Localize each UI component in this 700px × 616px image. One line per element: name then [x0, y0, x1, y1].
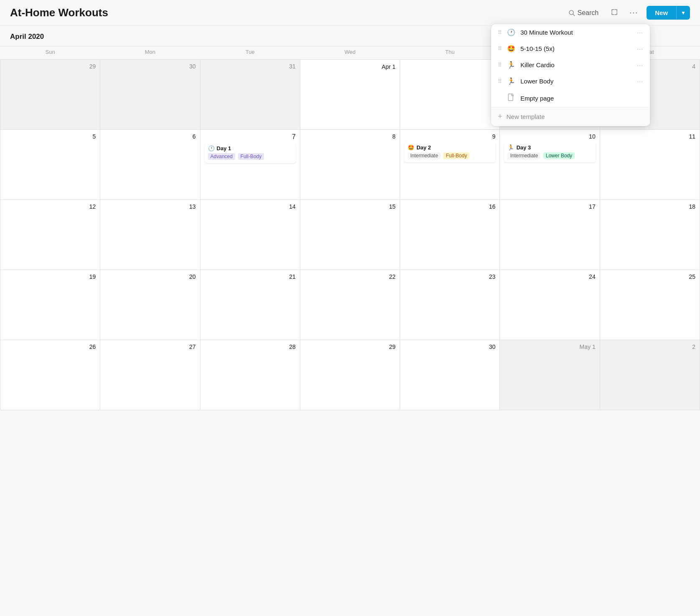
- day-number: 15: [304, 203, 396, 210]
- new-button[interactable]: New: [647, 6, 676, 20]
- table-row[interactable]: 14: [200, 200, 300, 270]
- table-row[interactable]: 7 🕐 Day 1 Advanced Full-Body: [200, 130, 300, 200]
- drag-handle-icon: ⠿: [498, 29, 502, 35]
- table-row[interactable]: 23: [400, 270, 500, 340]
- header-actions: Search ··· New ▼: [564, 6, 690, 20]
- event-tag-lowerbody: Lower Body: [543, 152, 575, 159]
- item-clock-icon: 🕐: [506, 28, 516, 36]
- table-row[interactable]: 6: [100, 130, 200, 200]
- day-header-sun: Sun: [0, 46, 100, 60]
- table-row[interactable]: 29: [0, 60, 100, 130]
- item-more-icon[interactable]: ···: [637, 78, 643, 85]
- day-header-wed: Wed: [300, 46, 400, 60]
- table-row[interactable]: 25: [600, 270, 700, 340]
- event-card-day2[interactable]: 🤩 Day 2 Intermediate Full-Body: [404, 142, 495, 162]
- table-row[interactable]: 24: [500, 270, 600, 340]
- item-label: Empty page: [520, 95, 643, 102]
- event-title: 🏃 Day 3: [507, 144, 592, 151]
- table-row[interactable]: 10 🏃 Day 3 Intermediate Lower Body: [500, 130, 600, 200]
- table-row[interactable]: 11: [600, 130, 700, 200]
- table-row[interactable]: 12: [0, 200, 100, 270]
- more-button[interactable]: ···: [626, 6, 642, 20]
- table-row[interactable]: 17: [500, 200, 600, 270]
- expand-icon: [611, 9, 618, 15]
- drag-handle-icon: ⠿: [498, 78, 502, 84]
- day-number: 19: [5, 273, 96, 280]
- item-label: 30 Minute Workout: [520, 29, 637, 36]
- svg-rect-2: [508, 94, 513, 101]
- day-number: 2: [604, 343, 695, 350]
- dropdown-item-empty-page[interactable]: ⠿ Empty page: [491, 89, 650, 107]
- item-star-icon: 🤩: [506, 45, 516, 53]
- day-number: 6: [104, 133, 195, 140]
- table-row[interactable]: 31: [200, 60, 300, 130]
- table-row[interactable]: 27: [100, 340, 200, 410]
- day-number: 25: [604, 273, 695, 280]
- table-row[interactable]: 9 🤩 Day 2 Intermediate Full-Body: [400, 130, 500, 200]
- table-row[interactable]: 19: [0, 270, 100, 340]
- event-icon: 🏃: [507, 144, 514, 151]
- day-number: 9: [404, 133, 495, 140]
- item-more-icon[interactable]: ···: [637, 45, 643, 52]
- day-number: 5: [5, 133, 96, 140]
- svg-line-1: [573, 14, 575, 16]
- day-number: May 1: [504, 343, 595, 350]
- table-row[interactable]: 18: [600, 200, 700, 270]
- table-row[interactable]: 5: [0, 130, 100, 200]
- event-label: Day 2: [416, 144, 431, 151]
- day-number: 21: [205, 273, 296, 280]
- table-row[interactable]: 22: [300, 270, 400, 340]
- day-number: 2: [404, 63, 495, 70]
- table-row[interactable]: 30: [400, 340, 500, 410]
- table-row[interactable]: 8: [300, 130, 400, 200]
- day-number: 8: [304, 133, 396, 140]
- day-number: 11: [604, 133, 695, 140]
- day-number: 29: [304, 343, 396, 350]
- table-row[interactable]: 21: [200, 270, 300, 340]
- item-more-icon[interactable]: ···: [637, 29, 643, 36]
- day-number: 24: [504, 273, 595, 280]
- table-row[interactable]: 2: [600, 340, 700, 410]
- item-label: Lower Body: [520, 78, 637, 85]
- new-template-button[interactable]: + New template: [491, 107, 650, 126]
- table-row[interactable]: 29: [300, 340, 400, 410]
- table-row[interactable]: 30: [100, 60, 200, 130]
- day-number: 23: [404, 273, 495, 280]
- table-row[interactable]: May 1: [500, 340, 600, 410]
- day-number: 20: [104, 273, 195, 280]
- event-card-day1[interactable]: 🕐 Day 1 Advanced Full-Body: [205, 143, 296, 163]
- day-number: 17: [504, 203, 595, 210]
- day-number: 12: [5, 203, 96, 210]
- search-button[interactable]: Search: [564, 7, 603, 19]
- table-row[interactable]: 20: [100, 270, 200, 340]
- dropdown-item-lower-body[interactable]: ⠿ 🏃 Lower Body ···: [491, 73, 650, 89]
- table-row[interactable]: 26: [0, 340, 100, 410]
- dropdown-item-30min[interactable]: ⠿ 🕐 30 Minute Workout ···: [491, 24, 650, 40]
- event-card-day3[interactable]: 🏃 Day 3 Intermediate Lower Body: [504, 142, 595, 162]
- day-number: 30: [404, 343, 495, 350]
- day-number: Apr 1: [382, 63, 396, 70]
- table-row[interactable]: 2: [400, 60, 500, 130]
- day-number: 14: [205, 203, 296, 210]
- day-number-wrapper: Apr 1: [304, 63, 396, 71]
- item-more-icon[interactable]: ···: [637, 62, 643, 68]
- day-header-tue: Tue: [200, 46, 300, 60]
- table-row[interactable]: Apr 1: [300, 60, 400, 130]
- table-row[interactable]: 13: [100, 200, 200, 270]
- dropdown-item-killer-cardio[interactable]: ⠿ 🏃 Killer Cardio ···: [491, 57, 650, 73]
- day-number: 10: [504, 133, 595, 140]
- event-label: Day 1: [217, 145, 231, 151]
- day-number: 28: [205, 343, 296, 350]
- drag-handle-icon: ⠿: [498, 62, 502, 68]
- new-button-group: New ▼: [647, 6, 690, 20]
- dropdown-item-5-10-15[interactable]: ⠿ 🤩 5-10-15 (5x) ···: [491, 40, 650, 57]
- event-tag-intermediate: Intermediate: [408, 152, 441, 159]
- search-label: Search: [578, 9, 599, 17]
- table-row[interactable]: 28: [200, 340, 300, 410]
- table-row[interactable]: 16: [400, 200, 500, 270]
- new-chevron-button[interactable]: ▼: [676, 6, 690, 20]
- table-row[interactable]: 15: [300, 200, 400, 270]
- day-number: 18: [604, 203, 695, 210]
- expand-button[interactable]: [608, 6, 621, 20]
- event-tag-fullbody: Full-Body: [443, 152, 469, 159]
